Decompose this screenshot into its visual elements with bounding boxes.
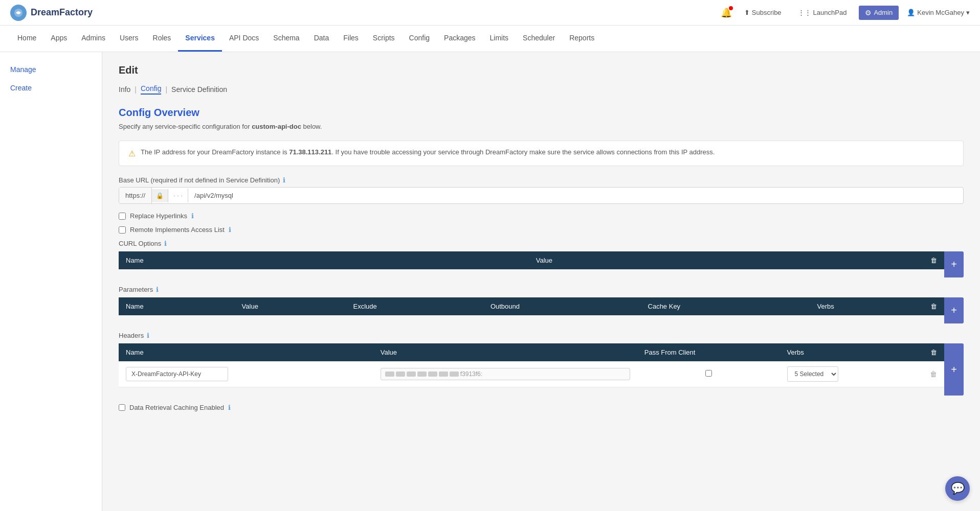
headers-add-button[interactable]: + (944, 343, 964, 396)
sidebar-item-create[interactable]: Create (0, 79, 102, 97)
parameters-info-icon[interactable]: ℹ (156, 286, 159, 293)
nav-item-users[interactable]: Users (113, 26, 146, 52)
header-verbs-cell: 5 Selected (780, 361, 923, 387)
nav-item-home[interactable]: Home (10, 26, 43, 52)
replace-hyperlinks-checkbox[interactable] (119, 213, 126, 220)
nav-item-scheduler[interactable]: Scheduler (516, 26, 562, 52)
params-add-button[interactable]: + (944, 297, 964, 323)
nav-item-limits[interactable]: Limits (483, 26, 516, 52)
base-url-group: Base URL (required if not defined in Ser… (119, 176, 964, 204)
pass-from-client-checkbox[interactable] (705, 370, 712, 377)
breadcrumb-sep-2: | (165, 85, 167, 94)
params-col-value: Value (235, 297, 346, 315)
headers-table: Name Value Pass From Client Verbs 🗑 (119, 343, 944, 387)
nav-item-files[interactable]: Files (336, 26, 366, 52)
mask-block-2 (396, 371, 405, 377)
notification-dot (729, 6, 733, 10)
user-menu-button[interactable]: 👤 Kevin McGahey ▾ (907, 9, 970, 16)
params-col-cache-key: Cache Key (641, 297, 810, 315)
logo-area: DreamFactory (10, 5, 93, 21)
user-label: Kevin McGahey (917, 9, 964, 16)
url-dots: · · · (168, 189, 188, 202)
breadcrumb: Info | Config | Service Definition (119, 84, 964, 95)
nav-item-scripts[interactable]: Scripts (366, 26, 402, 52)
main-navigation: Home Apps Admins Users Roles Services AP… (0, 26, 980, 52)
header-delete-icon[interactable]: 🗑 (930, 370, 937, 378)
header-value-cell: f3913f6: (373, 361, 637, 387)
notification-button[interactable]: 🔔 (721, 7, 732, 18)
chat-button[interactable]: 💬 (945, 476, 970, 501)
nav-item-roles[interactable]: Roles (146, 26, 179, 52)
curl-options-info-icon[interactable]: ℹ (164, 240, 167, 247)
remote-implements-info-icon[interactable]: ℹ (229, 226, 231, 234)
curl-table-wrapper: Name Value 🗑 + (119, 251, 964, 277)
headers-info-icon[interactable]: ℹ (147, 332, 149, 339)
nav-item-apps[interactable]: Apps (43, 26, 74, 52)
headers-col-name: Name (119, 343, 373, 361)
base-url-label: Base URL (required if not defined in Ser… (119, 176, 964, 184)
url-lock-icon: 🔒 (152, 189, 168, 202)
subscribe-icon: ⬆ (744, 9, 750, 16)
headers-table-wrapper: Name Value Pass From Client Verbs 🗑 (119, 343, 964, 396)
header-right: 🔔 ⬆ Subscribe ⋮⋮ LaunchPad ⚙ Admin 👤 Kev… (721, 6, 970, 20)
mask-block-1 (385, 371, 394, 377)
section-desc-prefix: Specify any service-specific configurati… (119, 123, 252, 130)
params-col-delete: 🗑 (923, 297, 944, 315)
section-desc-suffix: below. (301, 123, 322, 130)
url-suffix: /api/v2/mysql (188, 188, 963, 203)
data-retrieval-row: Data Retrieval Caching Enabled ℹ (119, 404, 964, 411)
nav-item-api-docs[interactable]: API Docs (222, 26, 266, 52)
header-name-input[interactable] (126, 367, 228, 381)
data-retrieval-checkbox[interactable] (119, 404, 125, 411)
remote-implements-checkbox[interactable] (119, 226, 126, 234)
page-title: Edit (119, 64, 964, 76)
nav-item-schema[interactable]: Schema (266, 26, 306, 52)
curl-col-name: Name (119, 251, 529, 269)
curl-table: Name Value 🗑 (119, 251, 944, 269)
sidebar-item-manage[interactable]: Manage (0, 60, 102, 79)
header-delete-cell: 🗑 (923, 361, 944, 387)
admin-button[interactable]: ⚙ Admin (859, 6, 899, 20)
nav-item-admins[interactable]: Admins (74, 26, 113, 52)
launchpad-button[interactable]: ⋮⋮ LaunchPad (794, 7, 851, 18)
nav-item-reports[interactable]: Reports (562, 26, 602, 52)
nav-item-config[interactable]: Config (402, 26, 437, 52)
subscribe-label: Subscribe (752, 9, 782, 16)
launchpad-label: LaunchPad (813, 9, 847, 16)
url-field: https:// 🔒 · · · /api/v2/mysql (119, 187, 964, 204)
headers-col-delete: 🗑 (923, 343, 944, 361)
params-table-wrapper: Name Value Exclude Outbound Cache Key Ve… (119, 297, 964, 323)
data-retrieval-info-icon[interactable]: ℹ (228, 404, 231, 411)
header-name-cell (119, 361, 373, 387)
subscribe-button[interactable]: ⬆ Subscribe (740, 7, 786, 18)
curl-add-button[interactable]: + (944, 251, 964, 277)
nav-item-packages[interactable]: Packages (437, 26, 482, 52)
base-url-info-icon[interactable]: ℹ (283, 176, 285, 184)
warning-icon: ⚠ (128, 149, 136, 158)
alert-text: The IP address for your DreamFactory ins… (141, 148, 715, 156)
user-icon: 👤 (907, 9, 915, 16)
headers-col-verbs: Verbs (780, 343, 923, 361)
service-name: custom-api-doc (252, 123, 301, 130)
curl-options-label: CURL Options ℹ (119, 240, 964, 247)
top-header: DreamFactory 🔔 ⬆ Subscribe ⋮⋮ LaunchPad … (0, 0, 980, 26)
mask-block-4 (417, 371, 427, 377)
nav-item-services[interactable]: Services (178, 26, 222, 52)
mask-block-7 (450, 371, 459, 377)
main-content: Edit Info | Config | Service Definition … (102, 52, 980, 511)
params-table: Name Value Exclude Outbound Cache Key Ve… (119, 297, 944, 315)
curl-col-value: Value (529, 251, 923, 269)
breadcrumb-config[interactable]: Config (141, 84, 161, 95)
parameters-label: Parameters ℹ (119, 286, 964, 293)
verbs-select[interactable]: 5 Selected (787, 366, 838, 382)
params-col-name: Name (119, 297, 235, 315)
logo-icon (10, 5, 27, 21)
breadcrumb-service-definition[interactable]: Service Definition (171, 85, 227, 94)
breadcrumb-info[interactable]: Info (119, 85, 130, 94)
chevron-down-icon: ▾ (966, 9, 970, 16)
replace-hyperlinks-info-icon[interactable]: ℹ (191, 212, 194, 220)
remote-implements-row: Remote Implements Access List ℹ (119, 226, 964, 234)
nav-item-data[interactable]: Data (307, 26, 337, 52)
breadcrumb-sep-1: | (135, 85, 137, 94)
manage-label: Manage (10, 65, 36, 74)
